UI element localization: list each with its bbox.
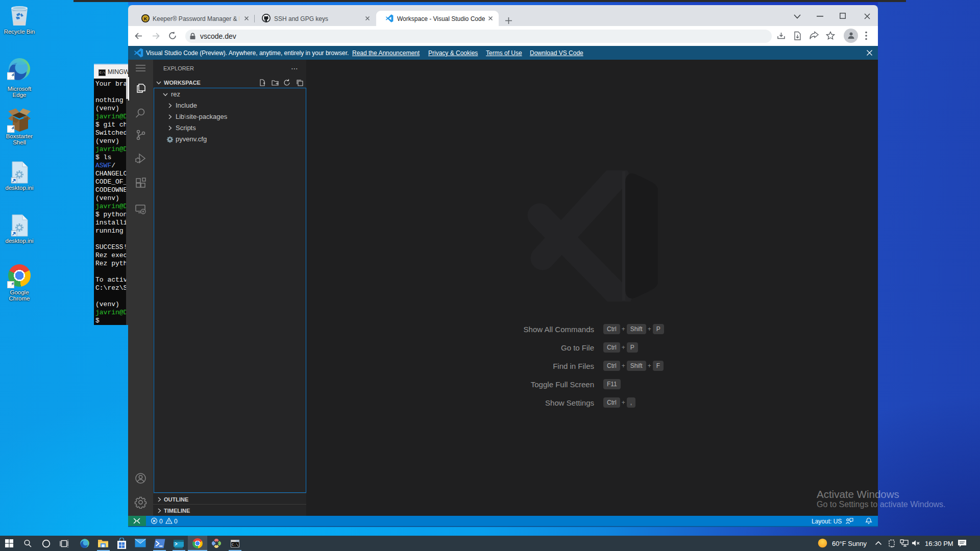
- svg-text:K: K: [144, 16, 148, 21]
- svg-text:C:\_: C:\_: [232, 543, 239, 547]
